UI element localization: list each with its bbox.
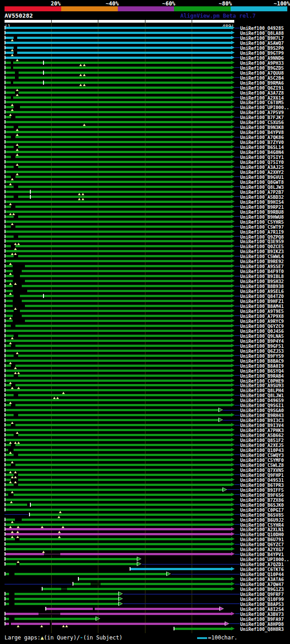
hit-bar[interactable]	[5, 87, 231, 89]
hit-bar[interactable]	[5, 191, 231, 193]
hit-bar[interactable]	[5, 260, 231, 262]
hit-bar[interactable]	[5, 394, 231, 396]
hit-label[interactable]: UniRef100_Q84TZ0	[240, 294, 284, 299]
hit-label[interactable]: UniRef100_A2XHY2	[240, 170, 284, 175]
hit-label[interactable]: UniRef100_O49659	[240, 398, 284, 403]
hit-bar[interactable]	[5, 141, 231, 143]
hit-label[interactable]: UniRef100_Q8H8R3	[240, 627, 284, 632]
hit-label[interactable]: UniRef100_C5YMF0	[240, 458, 284, 463]
hit-bar[interactable]	[5, 161, 231, 163]
hit-bar[interactable]	[79, 578, 231, 580]
hit-label[interactable]: UniRef100_A3BV73	[240, 612, 284, 617]
hit-label[interactable]: UniRef100_B9HWU8	[240, 215, 284, 220]
hit-label[interactable]: UniRef100_B9GZD5	[240, 66, 284, 71]
hit-bar[interactable]	[30, 514, 231, 516]
hit-label[interactable]: UniRef100_B6U791	[240, 537, 284, 542]
hit-label[interactable]: UniRef100_B9G1Z3	[240, 587, 284, 592]
hit-bar[interactable]	[5, 380, 231, 382]
hit-label[interactable]: UniRef100_B8B938	[240, 284, 284, 289]
hit-bar[interactable]	[5, 464, 231, 466]
hit-label[interactable]: UniRef100_B9IKZ3	[240, 249, 284, 254]
hit-bar[interactable]	[5, 340, 231, 342]
hit-label[interactable]: UniRef100_B9N3K8	[240, 125, 284, 130]
hit-label[interactable]: UniRef100_B9H7L7	[240, 36, 284, 41]
hit-label[interactable]: UniRef100_Q8LPH4	[240, 388, 284, 393]
hit-bar[interactable]	[5, 72, 231, 74]
hit-bar[interactable]	[5, 598, 119, 600]
hit-bar[interactable]	[5, 126, 231, 128]
hit-bar[interactable]	[5, 509, 231, 511]
hit-label[interactable]: UniRef100_A8HPD8	[240, 622, 284, 627]
hit-bar[interactable]	[5, 499, 231, 501]
hit-bar[interactable]	[5, 226, 231, 228]
hit-bar[interactable]	[5, 360, 231, 362]
hit-label[interactable]: UniRef100_A5AWQ7	[240, 41, 284, 46]
hit-bar[interactable]	[5, 504, 231, 506]
hit-label[interactable]: UniRef100_B4YPV1	[240, 552, 284, 557]
hit-label[interactable]: UniRef100_Q851F2	[240, 438, 284, 443]
hit-bar[interactable]	[5, 96, 231, 99]
hit-label[interactable]: UniRef100_B6SJK0	[240, 503, 284, 508]
hit-bar[interactable]	[5, 325, 231, 327]
hit-bar[interactable]	[5, 206, 231, 208]
hit-bar[interactable]	[5, 280, 231, 282]
hit-label[interactable]: UniRef100_Q0ZCE5	[240, 244, 284, 249]
hit-bar[interactable]	[5, 62, 231, 64]
hit-label[interactable]: UniRef100_B8A0I9	[240, 364, 284, 369]
hit-label[interactable]: UniRef100_A2XLN1	[240, 527, 284, 532]
hit-bar[interactable]	[5, 106, 231, 108]
hit-bar[interactable]	[5, 409, 219, 411]
hit-label[interactable]: UniRef100_B9GVU1	[240, 175, 284, 180]
hit-label[interactable]: UniRef100_Q7XVN5	[240, 468, 284, 473]
hit-label[interactable]: UniRef100_C5WWL4	[240, 254, 284, 259]
hit-label[interactable]: UniRef100_A7QW47	[240, 582, 284, 587]
hit-label[interactable]: UniRef100_Q10P43	[240, 448, 284, 453]
hit-bar[interactable]	[5, 479, 231, 481]
hit-bar[interactable]	[5, 221, 231, 223]
hit-bar[interactable]	[5, 285, 231, 287]
hit-label[interactable]: UniRef100_B6SV85	[240, 513, 284, 518]
hit-bar[interactable]	[5, 375, 231, 377]
hit-bar[interactable]	[5, 52, 231, 54]
hit-bar[interactable]	[5, 250, 231, 252]
hit-bar[interactable]	[5, 519, 231, 521]
hit-bar[interactable]	[5, 146, 231, 148]
hit-label[interactable]: UniRef100_A3ATA6	[240, 577, 284, 582]
hit-label[interactable]: UniRef100_B7FJK7	[240, 115, 284, 120]
hit-bar[interactable]	[5, 116, 231, 118]
hit-bar[interactable]	[43, 588, 231, 590]
hit-label[interactable]: UniRef100_C5YHR4	[240, 523, 284, 528]
hit-label[interactable]: UniRef100_B9GF51	[240, 344, 284, 349]
hit-label[interactable]: UniRef100_A7QZD1	[240, 562, 284, 567]
hit-label[interactable]: UniRef100_B9FYS9	[240, 354, 284, 359]
hit-bar[interactable]	[5, 558, 137, 560]
hit-bar[interactable]	[5, 211, 231, 213]
hit-bar[interactable]	[5, 528, 231, 530]
hit-bar[interactable]	[5, 573, 167, 575]
hit-bar[interactable]	[5, 231, 231, 233]
hit-label[interactable]: UniRef100_B4F9T0	[240, 269, 284, 274]
hit-label[interactable]: UniRef100_A9NND6	[240, 56, 284, 61]
hit-label[interactable]: UniRef100_A7R1I9	[240, 230, 284, 235]
hit-label[interactable]: UniRef100_UPI000..	[240, 557, 289, 562]
hit-label[interactable]: UniRef100_C5YHR5	[240, 220, 284, 225]
hit-bar[interactable]	[5, 444, 231, 446]
hit-label[interactable]: UniRef100_B9HFZ1	[240, 299, 284, 304]
hit-label[interactable]: UniRef100_C5XUS6	[240, 120, 284, 125]
hit-label[interactable]: UniRef100_B9RH43	[240, 413, 284, 418]
hit-bar[interactable]	[5, 469, 231, 471]
hit-label[interactable]: UniRef100_A2YXG7	[240, 547, 284, 552]
hit-label[interactable]: UniRef100_B9S2P0	[240, 46, 284, 51]
hit-label[interactable]: UniRef100_B7ZYV0	[240, 140, 284, 145]
hit-label[interactable]: UniRef100_B6U9J2	[240, 518, 284, 523]
hit-label[interactable]: UniRef100_Q75IY1	[240, 155, 284, 160]
hit-bar[interactable]	[5, 77, 231, 79]
hit-bar[interactable]	[5, 439, 231, 441]
hit-bar[interactable]	[5, 151, 231, 153]
hit-bar[interactable]	[5, 474, 231, 476]
hit-label[interactable]: UniRef100_A5C2B4	[240, 76, 284, 81]
hit-bar[interactable]	[5, 593, 119, 595]
hit-bar[interactable]	[5, 454, 231, 456]
hit-bar[interactable]	[5, 399, 231, 401]
hit-label[interactable]: UniRef100_A2X614	[240, 96, 284, 101]
